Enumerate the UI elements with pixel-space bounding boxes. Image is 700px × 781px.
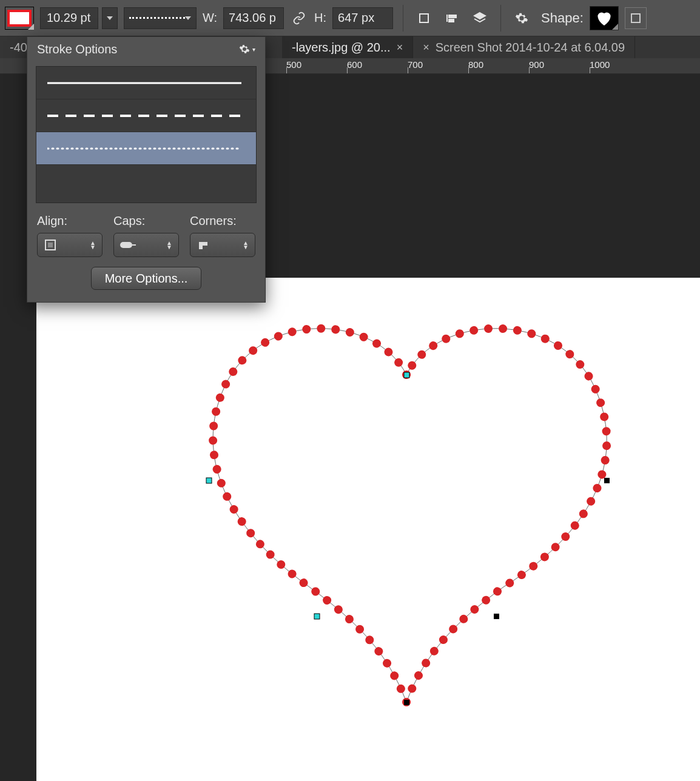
- ruler-tick: 900: [529, 58, 544, 73]
- tab-item[interactable]: -layers.jpg @ 20... ×: [282, 36, 413, 58]
- stroke-size-dropdown[interactable]: [102, 7, 118, 29]
- ruler-tick: 600: [347, 58, 362, 73]
- svg-rect-5: [631, 14, 640, 22]
- more-options-button[interactable]: More Options...: [91, 267, 202, 290]
- popover-title: Stroke Options: [37, 42, 117, 56]
- path-anchors[interactable]: [206, 372, 610, 705]
- stroke-preset-list: [36, 66, 257, 203]
- corners-dropdown[interactable]: ▲▼: [190, 233, 255, 257]
- stroke-sub-options: Align: ▲▼ Caps: ▲▼ Corners: ▲▼: [27, 212, 265, 267]
- align-icon[interactable]: [441, 7, 463, 29]
- shape-label: Shape:: [541, 10, 584, 26]
- width-label: W:: [203, 11, 217, 25]
- close-icon[interactable]: ×: [423, 41, 429, 54]
- height-label: H:: [314, 11, 326, 25]
- svg-rect-10: [494, 614, 499, 619]
- stroke-style-dropdown[interactable]: [124, 7, 197, 29]
- ruler-tick: 800: [468, 58, 483, 73]
- ruler-tick: 700: [408, 58, 423, 73]
- svg-rect-2: [449, 15, 456, 18]
- arrange-icon[interactable]: [469, 7, 491, 29]
- shape-picker[interactable]: [590, 6, 619, 30]
- svg-rect-17: [120, 242, 132, 248]
- svg-rect-6: [404, 372, 409, 378]
- ruler-tick: 500: [286, 58, 301, 73]
- caps-dropdown[interactable]: ▲▼: [113, 233, 179, 257]
- tab-label: Screen Shot 2014-10-24 at 6.04.09: [436, 41, 625, 55]
- svg-marker-4: [474, 13, 485, 19]
- height-input[interactable]: [332, 7, 393, 29]
- close-icon[interactable]: ×: [397, 41, 403, 54]
- settings-gear-icon[interactable]: [511, 7, 533, 29]
- align-label: Align:: [37, 214, 103, 228]
- align-dropdown[interactable]: ▲▼: [37, 233, 103, 257]
- tab-item[interactable]: × Screen Shot 2014-10-24 at 6.04.09: [413, 36, 635, 58]
- svg-rect-9: [404, 700, 409, 705]
- stroke-size-control: 10.29 pt: [40, 7, 118, 29]
- stroke-options-popover: Stroke Options ▾ Align: ▲▼ Caps:: [27, 36, 266, 303]
- popover-header: Stroke Options ▾: [27, 37, 265, 61]
- caps-label: Caps:: [113, 214, 179, 228]
- stroke-preset-empty: [36, 165, 256, 203]
- path-operations-icon[interactable]: [413, 7, 435, 29]
- fill-stroke-swatch[interactable]: [5, 7, 34, 30]
- stroke-preset-solid[interactable]: [36, 67, 256, 99]
- tab-label: -layers.jpg @ 20...: [292, 41, 391, 55]
- svg-rect-8: [314, 614, 320, 619]
- svg-rect-0: [420, 14, 428, 22]
- canvas[interactable]: [36, 278, 700, 781]
- extra-option-icon[interactable]: [625, 7, 647, 29]
- stroke-preset-dashed[interactable]: [36, 99, 256, 132]
- svg-rect-3: [449, 19, 454, 22]
- ruler-tick: 1000: [590, 58, 610, 73]
- heart-shape[interactable]: [176, 290, 637, 726]
- stroke-size-value[interactable]: 10.29 pt: [40, 7, 98, 29]
- svg-rect-16: [48, 243, 53, 247]
- stroke-preset-dotted[interactable]: [36, 132, 256, 165]
- svg-rect-7: [206, 478, 212, 483]
- svg-rect-11: [604, 478, 610, 483]
- link-dimensions-icon[interactable]: [290, 7, 308, 29]
- width-input[interactable]: [223, 7, 284, 29]
- popover-gear-icon[interactable]: ▾: [239, 44, 255, 55]
- options-bar: 10.29 pt W: H: Shape:: [0, 0, 700, 36]
- corners-label: Corners:: [190, 214, 255, 228]
